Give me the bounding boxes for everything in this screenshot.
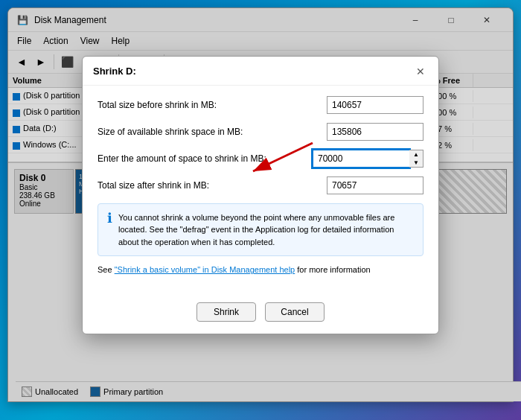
info-text: You cannot shrink a volume beyond the po…: [118, 211, 414, 249]
modal-overlay: Shrink D: ✕ Total size before shrink in …: [0, 0, 521, 420]
form-row-total-after: Total size after shrink in MB:: [98, 176, 423, 194]
help-suffix: for more information: [295, 265, 370, 274]
help-link-anchor[interactable]: "Shrink a basic volume" in Disk Manageme…: [115, 265, 295, 274]
info-box: ℹ You cannot shrink a volume beyond the …: [98, 203, 423, 257]
label-avail-shrink: Size of available shrink space in MB:: [98, 127, 321, 137]
dialog-title-bar: Shrink D: ✕: [83, 57, 438, 86]
input-enter-shrink[interactable]: [313, 150, 409, 168]
help-text: See: [98, 265, 115, 274]
spinner-down-button[interactable]: ▼: [409, 159, 423, 167]
info-icon: ℹ: [107, 210, 112, 249]
input-total-after: [327, 176, 423, 194]
form-row-enter-shrink: Enter the amount of space to shrink in M…: [98, 150, 423, 168]
help-link: See "Shrink a basic volume" in Disk Mana…: [98, 265, 423, 274]
spinner-up-button[interactable]: ▲: [409, 150, 423, 159]
dialog-close-button[interactable]: ✕: [413, 64, 428, 79]
dialog-footer: Shrink Cancel: [83, 295, 438, 334]
spinner-buttons: ▲ ▼: [409, 150, 423, 168]
cancel-button[interactable]: Cancel: [265, 302, 325, 322]
shrink-button[interactable]: Shrink: [196, 302, 256, 322]
spinner-wrapper: ▲ ▼: [313, 150, 423, 168]
form-row-total-before: Total size before shrink in MB:: [98, 96, 423, 114]
dialog-body: Total size before shrink in MB: Size of …: [83, 86, 438, 296]
dialog-title: Shrink D:: [93, 66, 136, 77]
shrink-dialog: Shrink D: ✕ Total size before shrink in …: [82, 56, 439, 335]
form-row-avail-shrink: Size of available shrink space in MB:: [98, 123, 423, 141]
input-avail-shrink: [327, 123, 423, 141]
input-total-before: [327, 96, 423, 114]
label-total-before: Total size before shrink in MB:: [98, 100, 321, 110]
label-total-after: Total size after shrink in MB:: [98, 180, 321, 191]
label-enter-shrink: Enter the amount of space to shrink in M…: [98, 153, 307, 164]
